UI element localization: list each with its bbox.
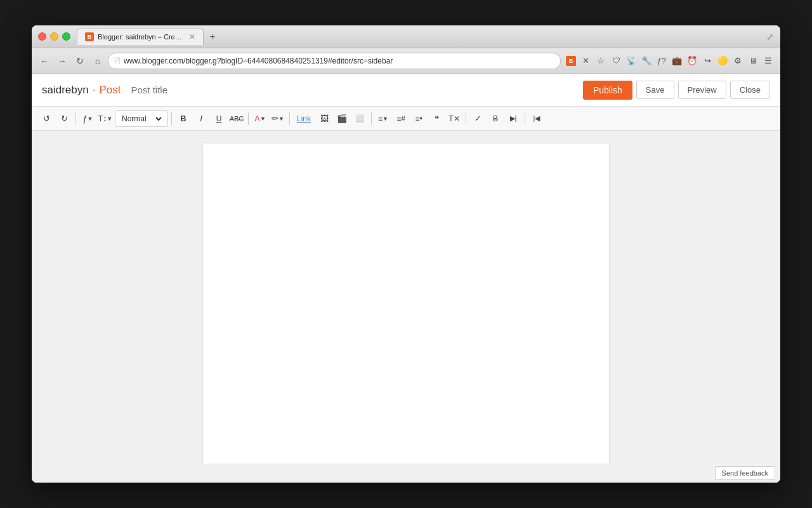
blog-header: saidrebyn · Post Publish Save Preview Cl… [32,74,780,107]
bold-button[interactable]: B [175,110,192,127]
highlight-button[interactable]: ✏ ▼ [270,110,286,127]
forward-button[interactable]: → [55,53,70,69]
back-button[interactable]: ← [37,53,52,69]
font-family-button[interactable]: ƒ ▼ [79,110,96,127]
toolbar-sep-7 [525,112,525,125]
nav-menu-icon[interactable]: ☰ [761,54,775,68]
numbered-list-button[interactable]: ≡# [393,110,409,127]
blog-section-label: Post [99,84,121,97]
nav-display-icon[interactable]: 🖥 [746,54,760,68]
new-tab-button[interactable]: + [206,30,219,43]
bullet-list-icon: ≡• [415,114,422,123]
send-feedback-button[interactable]: Send feedback [715,466,775,480]
quote-icon: ❝ [435,114,439,123]
close-window-button[interactable] [38,32,46,41]
address-bar-page-icon: 📄 [113,57,121,64]
nav-cast-icon[interactable]: 📡 [624,54,638,68]
content-area: saidrebyn · Post Publish Save Preview Cl… [32,74,780,483]
align-arrow: ▼ [383,116,388,122]
close-button[interactable]: Close [730,81,770,99]
active-tab[interactable]: B Blogger: saidrebyn – Crea… ✕ [77,29,204,45]
nav-actions: ✕ ☆ 🛡 📡 🔧 ƒ? 💼 ⏰ ↪ 🟡 ⚙ 🖥 ☰ [579,54,775,68]
underline-icon: U [216,114,222,123]
remove-format-icon: T✕ [449,114,459,123]
spellcheck-button[interactable]: ✓ [469,110,486,127]
page-footer: Send feedback [32,464,780,483]
strikethrough-button[interactable]: ABC [228,110,245,127]
quote-button[interactable]: ❝ [428,110,445,127]
font-size-arrow: ▼ [107,116,112,122]
toolbar-sep-3 [248,112,249,125]
minimize-window-button[interactable] [50,32,58,41]
post-title-input[interactable] [131,84,582,95]
highlight-arrow: ▼ [278,116,284,122]
editor-toolbar: ↺ ↻ ƒ ▼ T↕ ▼ Normal Heading 1 Heading 2 … [32,107,780,131]
nav-shield-icon[interactable]: 🛡 [609,54,623,68]
nav-puzzle-icon[interactable]: 🔧 [639,54,653,68]
nav-star-icon[interactable]: ☆ [594,54,608,68]
nav-clock-icon[interactable]: ⏰ [685,54,699,68]
strikethrough-icon: ABC [230,115,244,123]
remove-format-button[interactable]: T✕ [446,110,462,127]
undo-icon: ↺ [43,114,50,123]
nav-settings-icon[interactable]: ⚙ [731,54,745,68]
video-button[interactable]: 🎬 [334,110,350,127]
nav-rw-icon[interactable]: ↪ [700,54,714,68]
toolbar-sep-2 [171,112,172,125]
link-icon: Link [297,114,311,123]
more1-icon: ▶| [510,114,517,123]
tab-title: Blogger: saidrebyn – Crea… [98,33,185,41]
more1-button[interactable]: ▶| [505,110,521,127]
link-button[interactable]: Link [293,110,315,127]
more2-icon: |◀ [534,114,540,123]
text-color-button[interactable]: A ▼ [252,110,268,127]
window-controls [38,32,70,41]
bold-icon: B [180,114,186,123]
numbered-list-icon: ≡# [396,114,405,123]
nav-briefcase-icon[interactable]: 💼 [670,54,684,68]
preview-button[interactable]: Preview [678,81,726,99]
italic-button[interactable]: I [193,110,209,127]
tab-bar: B Blogger: saidrebyn – Crea… ✕ + [77,29,766,45]
format-select[interactable]: Normal Heading 1 Heading 2 Heading 3 Hea… [119,114,164,124]
header-actions: Publish Save Preview Close [583,81,770,100]
resize-icon: ⤢ [766,32,774,42]
editor-content[interactable] [203,144,609,464]
tab-favicon: B [85,32,94,41]
address-bar-input[interactable] [108,53,561,69]
refresh-button[interactable]: ↻ [72,53,88,69]
bullet-list-button[interactable]: ≡• [410,110,427,127]
image-icon: 🖼 [320,114,329,123]
toolbar-sep-4 [289,112,290,125]
nav-fn-icon[interactable]: ƒ? [655,54,669,68]
blog-name: saidrebyn [42,84,89,97]
font-family-arrow: ▼ [87,116,93,122]
font-size-button[interactable]: T↕ ▼ [97,110,114,127]
home-button[interactable]: ⌂ [90,53,105,69]
address-bar-wrapper: 📄 [108,53,561,69]
font-size-icon: T↕ [98,114,107,123]
title-bar: B Blogger: saidrebyn – Crea… ✕ + ⤢ [32,25,780,48]
maximize-window-button[interactable] [62,32,70,41]
redo-icon: ↻ [61,114,68,123]
toolbar-sep-5 [371,112,372,125]
tab-close-icon[interactable]: ✕ [189,32,195,41]
text-color-arrow: ▼ [260,116,266,122]
toolbar-sep-1 [75,112,76,125]
nav-gold-icon[interactable]: 🟡 [716,54,730,68]
undo-button[interactable]: ↺ [38,110,55,127]
jump-break-button[interactable]: ⬜ [351,110,368,127]
font-family-icon: ƒ [82,114,88,124]
nav-close-icon[interactable]: ✕ [579,54,593,68]
align-button[interactable]: ≡ ▼ [375,110,391,127]
more2-button[interactable]: |◀ [528,110,545,127]
publish-button[interactable]: Publish [583,81,632,100]
save-button[interactable]: Save [636,81,674,99]
underline-button[interactable]: U [211,110,227,127]
image-button[interactable]: 🖼 [316,110,332,127]
redo-button[interactable]: ↻ [56,110,72,127]
highlight-icon: ✏ [272,114,278,123]
format-dropdown[interactable]: Normal Heading 1 Heading 2 Heading 3 Hea… [115,110,168,127]
strikeout-b-icon: B [493,114,498,123]
strikeout-b-button[interactable]: B [487,110,504,127]
